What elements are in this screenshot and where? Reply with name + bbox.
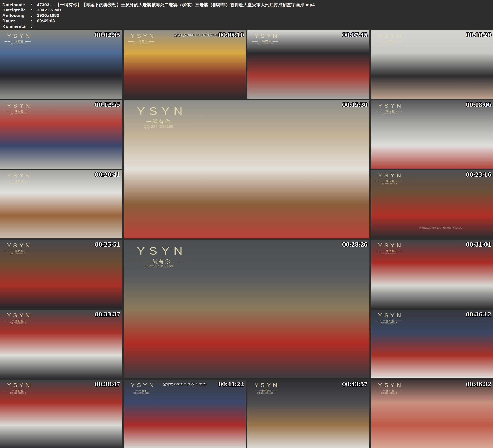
video-thumbnail: YSYN —— 一绳有你 —— QQ:2294390169 定制QQ:22943…	[124, 31, 246, 99]
ysyn-watermark-logo: YSYN —— 一绳有你 —— QQ:2294390169	[252, 382, 279, 394]
ysyn-watermark-logo: YSYN —— 一绳有你 —— QQ:2294390169	[4, 103, 31, 115]
thumbnail-timestamp: 00:41:22	[218, 381, 244, 388]
field-label: Dauer	[2, 19, 31, 23]
ysyn-logo-subtitle: —— 一绳有你 ——	[376, 110, 402, 113]
video-thumbnail: YSYN —— 一绳有你 —— QQ:2294390169 00:15:30	[124, 100, 370, 238]
video-thumbnail: YSYN —— 一绳有你 —— QQ:2294390169 00:10:20	[371, 31, 493, 99]
ysyn-logo-text: YSYN	[4, 313, 34, 319]
ysyn-logo-text: YSYN	[132, 105, 191, 117]
ysyn-logo-text: YSYN	[252, 33, 282, 39]
ysyn-logo-qq: QQ:2294390169	[4, 183, 31, 185]
field-kommentar: Kommentar :	[2, 24, 491, 29]
ysyn-logo-text: YSYN	[376, 173, 405, 179]
ysyn-watermark-logo: YSYN —— 一绳有你 —— QQ:2294390169	[128, 33, 155, 45]
ysyn-logo-subtitle: —— 一绳有你 ——	[4, 110, 31, 113]
thumbnail-timestamp: 00:43:57	[342, 381, 368, 388]
thumbnail-timestamp: 00:38:47	[95, 381, 120, 388]
ysyn-watermark-logo: YSYN —— 一绳有你 —— QQ:2294390169	[4, 382, 31, 394]
video-thumbnail: YSYN —— 一绳有你 —— QQ:2294390169 00:07:45	[247, 31, 370, 99]
ysyn-watermark-logo: YSYN —— 一绳有你 —— QQ:2294390169	[128, 382, 155, 394]
ysyn-logo-qq: QQ:2294390169	[128, 43, 155, 45]
ysyn-logo-text: YSYN	[4, 243, 34, 249]
ysyn-logo-text: YSYN	[132, 245, 191, 257]
ysyn-logo-qq: QQ:2294390169	[376, 252, 402, 255]
thumbnail-timestamp: 00:25:51	[95, 241, 120, 248]
field-separator: :	[31, 13, 37, 18]
ysyn-logo-qq: QQ:2294390169	[376, 113, 402, 115]
ysyn-logo-subtitle: —— 一绳有你 ——	[4, 319, 31, 322]
ysyn-logo-qq: QQ:2294390169	[4, 322, 31, 324]
ysyn-watermark-logo: YSYN —— 一绳有你 —— QQ:2294390169	[252, 33, 279, 45]
video-thumbnail: YSYN —— 一绳有你 —— QQ:2294390169 00:31:01	[371, 240, 493, 308]
video-thumbnail: YSYN —— 一绳有你 —— QQ:2294390169 00:25:51	[0, 240, 122, 308]
thumbnail-timestamp: 00:10:20	[466, 32, 491, 38]
ysyn-logo-qq: QQ:2294390169	[252, 43, 279, 45]
field-label: Dateigröße	[2, 8, 31, 12]
video-thumbnail: YSYN —— 一绳有你 —— QQ:2294390169 定制QQ:22943…	[124, 380, 246, 448]
thumbnail-timestamp: 00:12:55	[95, 102, 120, 108]
duration-value: 00:49:08	[37, 19, 55, 23]
thumbnail-timestamp: 00:31:01	[466, 241, 491, 248]
thumbnail-timestamp: 00:07:45	[342, 32, 368, 38]
field-label: Kommentar	[2, 24, 31, 29]
thumbnail-timestamp: 00:18:06	[466, 102, 491, 108]
qq-contact-watermark: 定制QQ:2294390169 2567402320	[174, 33, 217, 37]
field-separator: :	[31, 8, 37, 12]
ysyn-watermark-logo: YSYN —— 一绳有你 —— QQ:2294390169	[132, 245, 185, 269]
ysyn-logo-qq: QQ:2294390169	[132, 125, 185, 129]
thumbnail-timestamp: 00:28:26	[342, 241, 368, 248]
ysyn-logo-qq: QQ:2294390169	[252, 392, 279, 394]
ysyn-logo-qq: QQ:2294390169	[376, 392, 402, 394]
resolution-value: 1920x1080	[37, 13, 59, 18]
thumbnail-timestamp: 00:05:10	[218, 32, 244, 38]
ysyn-watermark-logo: YSYN —— 一绳有你 —— QQ:2294390169	[4, 313, 31, 324]
field-dauer: Dauer : 00:49:08	[2, 19, 491, 24]
ysyn-logo-text: YSYN	[376, 243, 405, 249]
ysyn-logo-text: YSYN	[376, 382, 405, 389]
field-separator: :	[31, 24, 37, 29]
video-thumbnail: YSYN —— 一绳有你 —— QQ:2294390169 00:33:37	[0, 310, 122, 378]
ysyn-logo-text: YSYN	[4, 33, 34, 39]
filename-value: 47303----【一绳有你】【毒案下的妻妾劫】王员外的大老婆被毒死二老婆（柳依…	[37, 2, 315, 8]
qq-contact-watermark: 定制QQ:2294390169 2567402320	[419, 226, 462, 230]
ysyn-logo-qq: QQ:2294390169	[376, 43, 402, 45]
ysyn-logo-qq: QQ:2294390169	[4, 392, 31, 394]
ysyn-watermark-logo: YSYN —— 一绳有你 —— QQ:2294390169	[376, 173, 402, 185]
ysyn-logo-subtitle: —— 一绳有你 ——	[128, 389, 155, 392]
ysyn-logo-text: YSYN	[4, 173, 34, 179]
ysyn-watermark-logo: YSYN —— 一绳有你 —— QQ:2294390169	[376, 103, 402, 115]
ysyn-logo-subtitle: —— 一绳有你 ——	[4, 389, 31, 392]
ysyn-logo-subtitle: —— 一绳有你 ——	[376, 40, 402, 43]
thumbnail-timestamp: 00:46:32	[466, 381, 491, 388]
ysyn-watermark-logo: YSYN —— 一绳有你 —— QQ:2294390169	[132, 105, 185, 129]
filesize-value: 3042.35 MB	[37, 8, 61, 12]
field-label: Auflösung	[2, 13, 31, 18]
ysyn-watermark-logo: YSYN —— 一绳有你 —— QQ:2294390169	[376, 382, 402, 394]
ysyn-logo-subtitle: —— 一绳有你 ——	[4, 40, 31, 43]
file-metadata-header: Dateiname : 47303----【一绳有你】【毒案下的妻妾劫】王员外的…	[0, 0, 493, 31]
ysyn-logo-subtitle: —— 一绳有你 ——	[128, 40, 155, 43]
video-thumbnail: YSYN —— 一绳有你 —— QQ:2294390169 00:36:12	[371, 310, 493, 378]
ysyn-logo-text: YSYN	[376, 103, 405, 109]
video-thumbnail: YSYN —— 一绳有你 —— QQ:2294390169 00:20:41	[0, 170, 122, 238]
video-thumbnail: YSYN —— 一绳有你 —— QQ:2294390169 00:38:47	[0, 380, 122, 448]
video-thumbnail: YSYN —— 一绳有你 —— QQ:2294390169 00:18:06	[371, 100, 493, 168]
ysyn-logo-text: YSYN	[4, 103, 34, 109]
field-dateiname: Dateiname : 47303----【一绳有你】【毒案下的妻妾劫】王员外的…	[2, 2, 491, 8]
ysyn-logo-subtitle: —— 一绳有你 ——	[132, 258, 185, 264]
ysyn-logo-qq: QQ:2294390169	[376, 183, 402, 185]
video-thumbnail: YSYN —— 一绳有你 —— QQ:2294390169 00:28:26	[124, 240, 370, 378]
ysyn-logo-subtitle: —— 一绳有你 ——	[4, 250, 31, 252]
thumbnail-timestamp: 00:02:35	[95, 32, 120, 38]
field-separator: :	[31, 2, 37, 7]
video-thumbnail: YSYN —— 一绳有你 —— QQ:2294390169 00:46:32	[371, 380, 493, 448]
field-aufloesung: Auflösung : 1920x1080	[2, 13, 491, 19]
ysyn-logo-subtitle: —— 一绳有你 ——	[252, 389, 279, 392]
ysyn-watermark-logo: YSYN —— 一绳有你 —— QQ:2294390169	[376, 243, 402, 255]
ysyn-logo-subtitle: —— 一绳有你 ——	[132, 119, 185, 125]
qq-contact-watermark: 定制QQ:2294390169 2567402320	[163, 383, 206, 386]
ysyn-logo-subtitle: —— 一绳有你 ——	[376, 180, 402, 183]
video-thumbnail: YSYN —— 一绳有你 —— QQ:2294390169 00:12:55	[0, 100, 122, 168]
ysyn-logo-qq: QQ:2294390169	[128, 392, 155, 394]
ysyn-logo-text: YSYN	[4, 382, 34, 389]
